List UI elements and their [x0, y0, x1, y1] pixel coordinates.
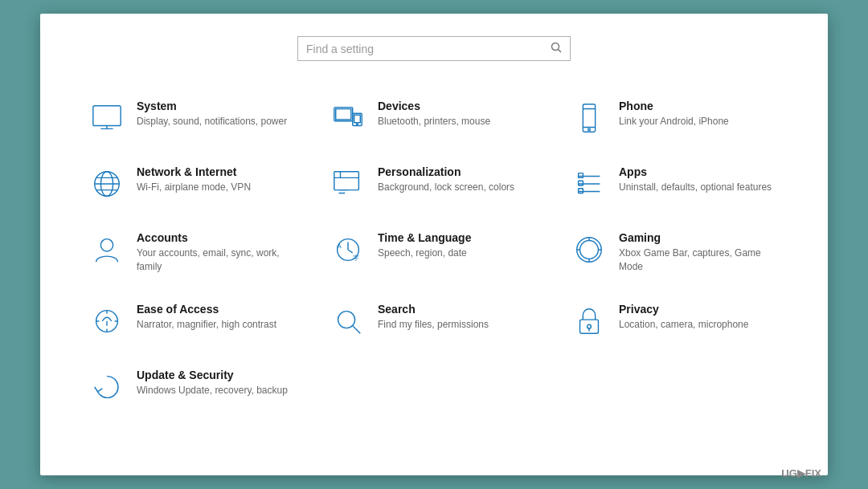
- setting-desc-network: Wi-Fi, airplane mode, VPN: [137, 181, 297, 194]
- svg-point-50: [588, 324, 592, 328]
- setting-desc-search: Find my files, permissions: [378, 318, 538, 332]
- setting-title-ease: Ease of Access: [137, 303, 297, 316]
- setting-desc-update: Windows Update, recovery, backup: [137, 384, 297, 397]
- time-icon: A 字: [330, 231, 366, 268]
- setting-item-network[interactable]: Network & Internet Wi-Fi, airplane mode,…: [72, 151, 313, 217]
- setting-title-gaming: Gaming: [619, 231, 780, 244]
- svg-rect-2: [93, 106, 121, 126]
- system-icon: [88, 100, 125, 137]
- search-icon: [330, 303, 366, 340]
- setting-desc-time: Speech, region, date: [378, 247, 538, 260]
- setting-desc-gaming: Xbox Game Bar, captures, Game Mode: [619, 247, 780, 274]
- svg-point-9: [357, 124, 358, 125]
- setting-title-devices: Devices: [378, 100, 538, 112]
- svg-line-1: [559, 50, 562, 53]
- svg-rect-6: [336, 109, 351, 120]
- setting-title-update: Update & Security: [137, 369, 297, 381]
- svg-point-13: [588, 128, 591, 131]
- setting-item-system[interactable]: System Display, sound, notifications, po…: [72, 85, 313, 151]
- gaming-icon: [571, 231, 608, 268]
- svg-text:字: 字: [353, 255, 359, 262]
- setting-desc-accounts: Your accounts, email, sync, work, family: [137, 247, 297, 274]
- setting-title-privacy: Privacy: [619, 303, 780, 316]
- setting-desc-personalization: Background, lock screen, colors: [378, 181, 538, 194]
- settings-window: System Display, sound, notifications, po…: [40, 14, 828, 475]
- setting-title-network: Network & Internet: [137, 165, 297, 178]
- settings-grid: System Display, sound, notifications, po…: [72, 85, 796, 420]
- setting-item-search[interactable]: Search Find my files, permissions: [313, 288, 555, 354]
- setting-desc-ease: Narrator, magnifier, high contrast: [137, 318, 297, 332]
- svg-point-30: [100, 239, 113, 251]
- setting-title-personalization: Personalization: [378, 165, 538, 178]
- svg-rect-29: [579, 189, 583, 194]
- setting-title-accounts: Accounts: [137, 231, 297, 244]
- setting-desc-apps: Uninstall, defaults, optional features: [619, 181, 780, 194]
- apps-icon: [571, 165, 608, 202]
- setting-item-phone[interactable]: Phone Link your Android, iPhone: [555, 85, 796, 151]
- setting-desc-system: Display, sound, notifications, power: [137, 115, 297, 128]
- setting-title-apps: Apps: [619, 165, 780, 178]
- ease-icon: [88, 303, 125, 340]
- svg-line-33: [348, 250, 353, 253]
- svg-text:A: A: [338, 242, 342, 250]
- setting-item-time[interactable]: A 字 Time & Language Speech, region, date: [313, 217, 555, 288]
- watermark: UG▶FIX: [781, 467, 821, 479]
- svg-line-48: [353, 325, 361, 333]
- svg-rect-19: [334, 172, 359, 190]
- phone-icon: [571, 100, 608, 137]
- setting-title-time: Time & Language: [378, 231, 538, 244]
- setting-item-ease[interactable]: Ease of Access Narrator, magnifier, high…: [72, 288, 313, 354]
- setting-title-system: System: [137, 100, 297, 112]
- search-icon: [551, 42, 562, 55]
- search-bar: [297, 36, 571, 61]
- setting-title-search: Search: [378, 303, 538, 316]
- privacy-icon: [571, 303, 608, 340]
- setting-item-apps[interactable]: Apps Uninstall, defaults, optional featu…: [555, 151, 796, 217]
- svg-rect-8: [354, 115, 361, 123]
- svg-rect-27: [579, 181, 583, 185]
- search-input[interactable]: [306, 43, 551, 55]
- setting-item-accounts[interactable]: Accounts Your accounts, email, sync, wor…: [72, 217, 313, 288]
- setting-item-privacy[interactable]: Privacy Location, camera, microphone: [555, 288, 796, 354]
- accounts-icon: [88, 231, 125, 268]
- svg-rect-25: [579, 173, 583, 178]
- update-icon: [88, 369, 125, 405]
- svg-point-37: [580, 241, 599, 259]
- svg-point-0: [552, 43, 559, 51]
- personalization-icon: [330, 165, 366, 202]
- devices-icon: [330, 100, 366, 137]
- setting-item-update[interactable]: Update & Security Windows Update, recove…: [72, 354, 313, 420]
- setting-item-devices[interactable]: Devices Bluetooth, printers, mouse: [313, 85, 555, 151]
- setting-desc-phone: Link your Android, iPhone: [619, 115, 780, 128]
- setting-desc-devices: Bluetooth, printers, mouse: [378, 115, 538, 128]
- svg-rect-49: [580, 320, 599, 333]
- setting-item-gaming[interactable]: Gaming Xbox Game Bar, captures, Game Mod…: [555, 217, 796, 288]
- svg-point-36: [577, 238, 602, 263]
- svg-point-47: [338, 311, 355, 328]
- network-icon: [88, 165, 125, 202]
- setting-item-personalization[interactable]: Personalization Background, lock screen,…: [313, 151, 555, 217]
- search-container: [297, 36, 571, 61]
- setting-title-phone: Phone: [619, 100, 780, 112]
- setting-desc-privacy: Location, camera, microphone: [619, 318, 780, 332]
